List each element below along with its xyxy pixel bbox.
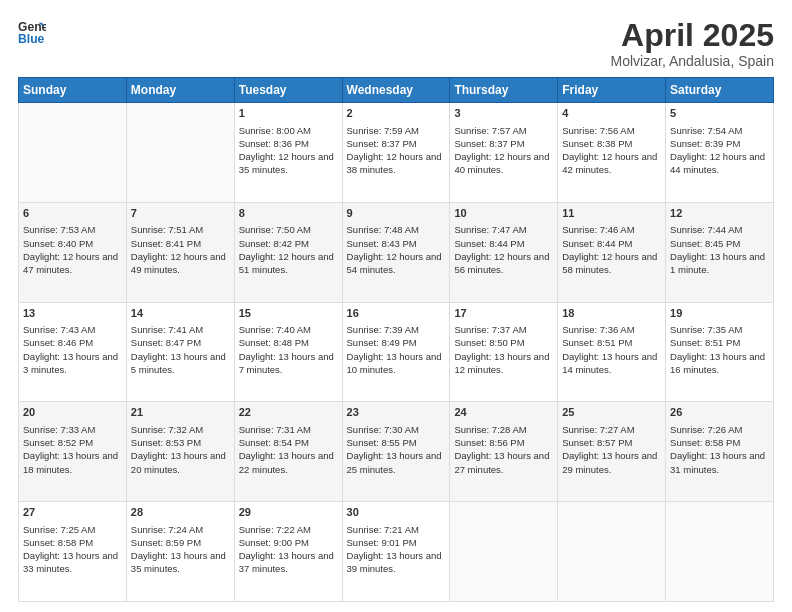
sunset-text: Sunset: 8:56 PM xyxy=(454,437,524,448)
sunset-text: Sunset: 8:57 PM xyxy=(562,437,632,448)
sunset-text: Sunset: 8:59 PM xyxy=(131,537,201,548)
daylight-text: Daylight: 12 hours and 47 minutes. xyxy=(23,251,118,275)
sunrise-text: Sunrise: 7:48 AM xyxy=(347,224,419,235)
daylight-text: Daylight: 12 hours and 44 minutes. xyxy=(670,151,765,175)
table-row: 5Sunrise: 7:54 AMSunset: 8:39 PMDaylight… xyxy=(666,103,774,203)
day-number: 23 xyxy=(347,405,446,420)
table-row: 3Sunrise: 7:57 AMSunset: 8:37 PMDaylight… xyxy=(450,103,558,203)
day-number: 1 xyxy=(239,106,338,121)
col-monday: Monday xyxy=(126,78,234,103)
table-row: 19Sunrise: 7:35 AMSunset: 8:51 PMDayligh… xyxy=(666,302,774,402)
sunset-text: Sunset: 8:53 PM xyxy=(131,437,201,448)
table-row: 10Sunrise: 7:47 AMSunset: 8:44 PMDayligh… xyxy=(450,202,558,302)
daylight-text: Daylight: 12 hours and 38 minutes. xyxy=(347,151,442,175)
sunrise-text: Sunrise: 7:50 AM xyxy=(239,224,311,235)
table-row: 27Sunrise: 7:25 AMSunset: 8:58 PMDayligh… xyxy=(19,502,127,602)
table-row xyxy=(558,502,666,602)
table-row: 17Sunrise: 7:37 AMSunset: 8:50 PMDayligh… xyxy=(450,302,558,402)
table-row xyxy=(666,502,774,602)
table-row xyxy=(126,103,234,203)
sunset-text: Sunset: 8:37 PM xyxy=(454,138,524,149)
sunrise-text: Sunrise: 7:57 AM xyxy=(454,125,526,136)
daylight-text: Daylight: 12 hours and 56 minutes. xyxy=(454,251,549,275)
daylight-text: Daylight: 13 hours and 7 minutes. xyxy=(239,351,334,375)
daylight-text: Daylight: 13 hours and 31 minutes. xyxy=(670,450,765,474)
sunset-text: Sunset: 8:48 PM xyxy=(239,337,309,348)
table-row: 15Sunrise: 7:40 AMSunset: 8:48 PMDayligh… xyxy=(234,302,342,402)
sunrise-text: Sunrise: 7:51 AM xyxy=(131,224,203,235)
sunrise-text: Sunrise: 7:22 AM xyxy=(239,524,311,535)
sunrise-text: Sunrise: 7:59 AM xyxy=(347,125,419,136)
table-row: 4Sunrise: 7:56 AMSunset: 8:38 PMDaylight… xyxy=(558,103,666,203)
daylight-text: Daylight: 13 hours and 10 minutes. xyxy=(347,351,442,375)
sunrise-text: Sunrise: 7:36 AM xyxy=(562,324,634,335)
sunset-text: Sunset: 8:54 PM xyxy=(239,437,309,448)
sunrise-text: Sunrise: 7:24 AM xyxy=(131,524,203,535)
day-number: 12 xyxy=(670,206,769,221)
sunrise-text: Sunrise: 7:47 AM xyxy=(454,224,526,235)
day-number: 3 xyxy=(454,106,553,121)
table-row: 14Sunrise: 7:41 AMSunset: 8:47 PMDayligh… xyxy=(126,302,234,402)
table-row: 21Sunrise: 7:32 AMSunset: 8:53 PMDayligh… xyxy=(126,402,234,502)
table-row: 13Sunrise: 7:43 AMSunset: 8:46 PMDayligh… xyxy=(19,302,127,402)
sunset-text: Sunset: 8:55 PM xyxy=(347,437,417,448)
sunrise-text: Sunrise: 7:21 AM xyxy=(347,524,419,535)
day-number: 8 xyxy=(239,206,338,221)
sunset-text: Sunset: 8:44 PM xyxy=(562,238,632,249)
table-row: 30Sunrise: 7:21 AMSunset: 9:01 PMDayligh… xyxy=(342,502,450,602)
day-number: 7 xyxy=(131,206,230,221)
daylight-text: Daylight: 13 hours and 39 minutes. xyxy=(347,550,442,574)
daylight-text: Daylight: 12 hours and 35 minutes. xyxy=(239,151,334,175)
sunrise-text: Sunrise: 7:31 AM xyxy=(239,424,311,435)
sunrise-text: Sunrise: 7:27 AM xyxy=(562,424,634,435)
calendar-week-4: 20Sunrise: 7:33 AMSunset: 8:52 PMDayligh… xyxy=(19,402,774,502)
sunrise-text: Sunrise: 7:54 AM xyxy=(670,125,742,136)
sunset-text: Sunset: 8:40 PM xyxy=(23,238,93,249)
daylight-text: Daylight: 13 hours and 29 minutes. xyxy=(562,450,657,474)
sunrise-text: Sunrise: 7:56 AM xyxy=(562,125,634,136)
day-number: 14 xyxy=(131,306,230,321)
sunset-text: Sunset: 8:43 PM xyxy=(347,238,417,249)
table-row: 9Sunrise: 7:48 AMSunset: 8:43 PMDaylight… xyxy=(342,202,450,302)
sunset-text: Sunset: 8:38 PM xyxy=(562,138,632,149)
sunrise-text: Sunrise: 7:28 AM xyxy=(454,424,526,435)
title-block: April 2025 Molvizar, Andalusia, Spain xyxy=(611,18,774,69)
sunrise-text: Sunrise: 7:40 AM xyxy=(239,324,311,335)
sunset-text: Sunset: 8:36 PM xyxy=(239,138,309,149)
sunrise-text: Sunrise: 7:43 AM xyxy=(23,324,95,335)
sunset-text: Sunset: 8:47 PM xyxy=(131,337,201,348)
sunset-text: Sunset: 8:37 PM xyxy=(347,138,417,149)
day-number: 6 xyxy=(23,206,122,221)
day-number: 20 xyxy=(23,405,122,420)
sunset-text: Sunset: 8:41 PM xyxy=(131,238,201,249)
page-header: General Blue April 2025 Molvizar, Andalu… xyxy=(18,18,774,69)
daylight-text: Daylight: 13 hours and 16 minutes. xyxy=(670,351,765,375)
table-row xyxy=(19,103,127,203)
table-row: 29Sunrise: 7:22 AMSunset: 9:00 PMDayligh… xyxy=(234,502,342,602)
sunrise-text: Sunrise: 7:32 AM xyxy=(131,424,203,435)
day-number: 10 xyxy=(454,206,553,221)
sunset-text: Sunset: 8:58 PM xyxy=(670,437,740,448)
sunset-text: Sunset: 8:51 PM xyxy=(670,337,740,348)
sunset-text: Sunset: 8:42 PM xyxy=(239,238,309,249)
sunset-text: Sunset: 8:49 PM xyxy=(347,337,417,348)
table-row: 12Sunrise: 7:44 AMSunset: 8:45 PMDayligh… xyxy=(666,202,774,302)
day-number: 21 xyxy=(131,405,230,420)
sunrise-text: Sunrise: 7:39 AM xyxy=(347,324,419,335)
table-row: 6Sunrise: 7:53 AMSunset: 8:40 PMDaylight… xyxy=(19,202,127,302)
sunrise-text: Sunrise: 7:37 AM xyxy=(454,324,526,335)
daylight-text: Daylight: 13 hours and 27 minutes. xyxy=(454,450,549,474)
daylight-text: Daylight: 13 hours and 1 minute. xyxy=(670,251,765,275)
calendar-week-1: 1Sunrise: 8:00 AMSunset: 8:36 PMDaylight… xyxy=(19,103,774,203)
sunset-text: Sunset: 8:51 PM xyxy=(562,337,632,348)
daylight-text: Daylight: 13 hours and 3 minutes. xyxy=(23,351,118,375)
calendar-week-2: 6Sunrise: 7:53 AMSunset: 8:40 PMDaylight… xyxy=(19,202,774,302)
col-sunday: Sunday xyxy=(19,78,127,103)
daylight-text: Daylight: 12 hours and 49 minutes. xyxy=(131,251,226,275)
calendar-table: Sunday Monday Tuesday Wednesday Thursday… xyxy=(18,77,774,602)
day-number: 27 xyxy=(23,505,122,520)
sunset-text: Sunset: 8:50 PM xyxy=(454,337,524,348)
calendar-week-3: 13Sunrise: 7:43 AMSunset: 8:46 PMDayligh… xyxy=(19,302,774,402)
sunset-text: Sunset: 9:00 PM xyxy=(239,537,309,548)
month-title: April 2025 xyxy=(611,18,774,53)
